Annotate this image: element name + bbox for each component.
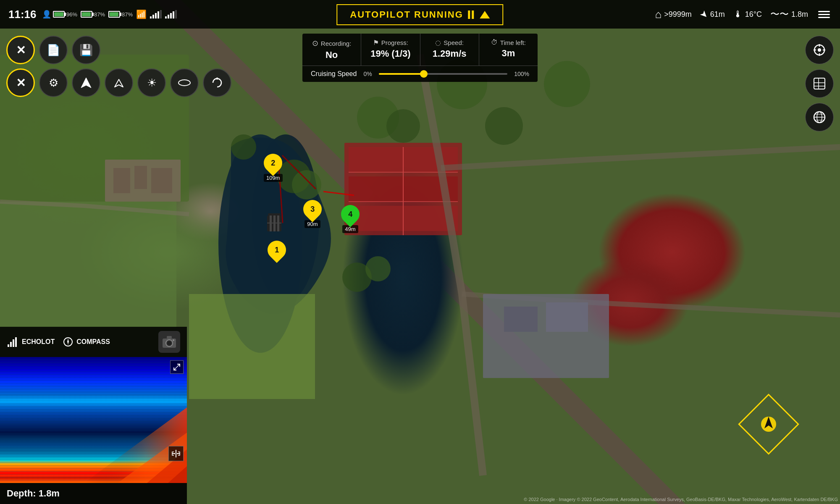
battery-icon-1 bbox=[53, 11, 65, 18]
sonar-canvas bbox=[0, 357, 187, 483]
svg-rect-71 bbox=[167, 336, 172, 339]
svg-rect-63 bbox=[15, 337, 17, 347]
sig-bar bbox=[150, 16, 152, 18]
svg-point-35 bbox=[216, 78, 218, 80]
signal-value: 1.8m bbox=[791, 10, 808, 19]
recording-cell: ⊙ Recording: No bbox=[302, 34, 361, 66]
timeleft-value: 3m bbox=[488, 48, 529, 59]
battery-group-3: 87% bbox=[108, 11, 133, 18]
wifi-icon: 📶 bbox=[136, 9, 147, 19]
sig-bar bbox=[155, 13, 157, 18]
sig-bar-inactive bbox=[160, 10, 162, 18]
record-icon: ⊙ bbox=[312, 39, 318, 48]
location-button[interactable] bbox=[805, 36, 834, 64]
navigation-button-1[interactable] bbox=[72, 68, 100, 97]
svg-rect-62 bbox=[13, 339, 14, 347]
temperature-icon: 🌡 bbox=[733, 9, 743, 20]
hamburger-line bbox=[818, 11, 830, 12]
save-button[interactable]: 💾 bbox=[72, 36, 100, 64]
svg-marker-32 bbox=[81, 78, 91, 88]
hamburger-line bbox=[818, 17, 830, 18]
more-button[interactable] bbox=[203, 68, 231, 97]
document-button[interactable]: 📄 bbox=[39, 36, 68, 64]
sig-bar bbox=[165, 16, 167, 18]
battery-fill-2 bbox=[82, 12, 91, 16]
clock-icon: ⏱ bbox=[491, 39, 498, 46]
signal-bars-2 bbox=[165, 10, 177, 18]
echolot-compass-bar: ECHOLOT COMPASS bbox=[0, 327, 187, 357]
speed-pct-left: 0% bbox=[363, 71, 372, 77]
svg-line-74 bbox=[174, 367, 177, 370]
brightness-button[interactable]: ☀ bbox=[137, 68, 166, 97]
home-icon: ⌂ bbox=[655, 8, 662, 21]
svg-point-43 bbox=[818, 48, 821, 52]
drone-position-indicator bbox=[731, 386, 806, 462]
info-panel-top: ⊙ Recording: No ⚑ Progress: 19% (1/3) ◌ … bbox=[302, 34, 538, 66]
info-panel: ⊙ Recording: No ⚑ Progress: 19% (1/3) ◌ … bbox=[302, 34, 538, 82]
lens-icon bbox=[178, 79, 191, 86]
camera-button[interactable] bbox=[158, 331, 180, 353]
echolot-label: ECHOLOT bbox=[22, 338, 55, 346]
depth-value: 1.8m bbox=[39, 488, 60, 499]
svg-point-20 bbox=[292, 170, 321, 200]
sig-bar bbox=[168, 15, 169, 18]
right-status: ⌂ >9999m ➤ 61m 🌡 16°C 〜〜 1.8m bbox=[655, 8, 832, 21]
info-panel-bottom: Cruising Speed 0% 100% bbox=[302, 66, 538, 82]
brightness-icon: ☀ bbox=[147, 76, 157, 89]
expand-button[interactable] bbox=[170, 360, 184, 374]
speed-slider-thumb[interactable] bbox=[420, 70, 428, 78]
echolot-icon bbox=[7, 337, 18, 347]
navigation-button-2[interactable] bbox=[105, 68, 133, 97]
echolot-button[interactable]: ECHOLOT bbox=[7, 337, 55, 347]
battery-group-2: 87% bbox=[81, 11, 105, 18]
time-display: 11:16 bbox=[8, 8, 42, 21]
waypoint-icon-2 bbox=[113, 77, 125, 89]
close-button-1[interactable]: ✕ bbox=[6, 36, 35, 64]
pause-icon bbox=[468, 10, 475, 19]
temperature-value: 16°C bbox=[745, 10, 762, 19]
svg-rect-48 bbox=[814, 78, 825, 89]
battery-group-1: 👤 96% bbox=[42, 10, 77, 19]
sig-bar bbox=[152, 15, 154, 18]
save-icon: 💾 bbox=[79, 44, 93, 57]
camera-icon bbox=[162, 334, 177, 349]
pause-bar-1 bbox=[468, 10, 470, 19]
map-type-button[interactable] bbox=[805, 69, 834, 98]
speed-slider[interactable] bbox=[379, 73, 508, 75]
svg-rect-4 bbox=[189, 294, 315, 399]
bottom-left-panel: ECHOLOT COMPASS bbox=[0, 327, 187, 504]
sig-bar bbox=[170, 13, 172, 18]
svg-point-72 bbox=[173, 339, 174, 341]
settings-button[interactable]: ⚙ bbox=[39, 68, 68, 97]
altitude-value: >9999m bbox=[664, 10, 692, 19]
sig-bar bbox=[158, 11, 159, 18]
close-button-2[interactable]: ✕ bbox=[6, 68, 35, 97]
speedometer-icon: ◌ bbox=[435, 39, 441, 47]
battery-fill-3 bbox=[110, 12, 118, 16]
speed-value: 1.29m/s bbox=[429, 48, 470, 59]
hamburger-menu[interactable] bbox=[816, 9, 832, 20]
wifi-group: 📶 bbox=[136, 9, 147, 19]
waypoint-icon bbox=[80, 77, 92, 89]
svg-rect-60 bbox=[8, 344, 9, 347]
pause-bar-2 bbox=[472, 10, 474, 19]
compress-button[interactable] bbox=[168, 446, 184, 461]
lens-button[interactable] bbox=[170, 68, 199, 97]
svg-point-23 bbox=[386, 109, 420, 143]
signal-bars-1 bbox=[150, 10, 162, 18]
progress-label: ⚑ Progress: bbox=[370, 39, 411, 47]
svg-rect-61 bbox=[10, 342, 12, 347]
signal-stat: 〜〜 1.8m bbox=[770, 8, 808, 21]
svg-rect-14 bbox=[134, 166, 147, 189]
battery-fill-1 bbox=[54, 12, 63, 16]
battery-icon-2 bbox=[81, 11, 92, 18]
compass-button[interactable]: COMPASS bbox=[63, 337, 110, 347]
battery-pct-3: 87% bbox=[122, 11, 133, 18]
recording-label: ⊙ Recording: bbox=[311, 39, 352, 48]
flag-icon: ⚑ bbox=[373, 39, 379, 47]
globe-button[interactable] bbox=[805, 103, 834, 131]
svg-rect-18 bbox=[546, 302, 588, 332]
diamond-container bbox=[731, 386, 806, 462]
cruising-speed-label: Cruising Speed bbox=[311, 70, 357, 78]
autopilot-button[interactable]: AUTOPILOT RUNNING bbox=[336, 4, 503, 25]
